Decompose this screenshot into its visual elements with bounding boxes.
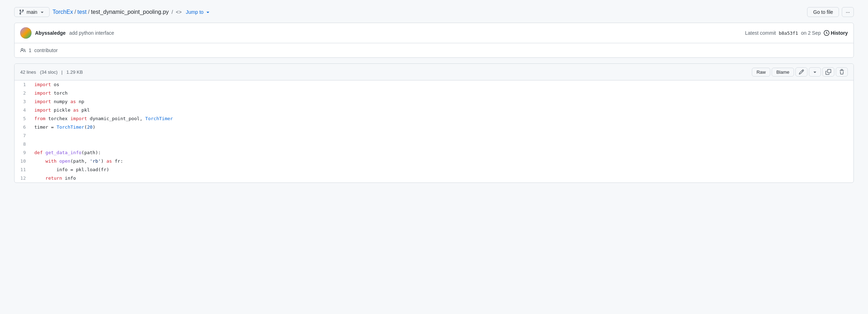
more-options-button[interactable]: ··· <box>842 7 854 17</box>
line-number: 12 <box>15 174 32 183</box>
file-size: 1.29 KB <box>67 69 83 75</box>
line-number: 11 <box>15 166 32 174</box>
table-row: 9 def get_data_info(path): <box>15 148 853 157</box>
blame-button[interactable]: Blame <box>772 68 794 77</box>
chevron-down-icon <box>812 69 818 75</box>
table-row: 2 import torch <box>15 89 853 97</box>
table-row: 6 timer = TorchTimer(20) <box>15 123 853 131</box>
branch-button[interactable]: main <box>14 7 50 17</box>
breadcrumb-filename: test_dynamic_point_pooling.py <box>91 9 169 15</box>
file-meta: 42 lines (34 sloc) | 1.29 KB <box>20 69 83 75</box>
table-row: 8 <box>15 140 853 148</box>
table-row: 4 import pickle as pkl <box>15 106 853 114</box>
line-code: import os <box>32 80 853 89</box>
file-actions: Raw Blame <box>752 67 848 77</box>
commit-author[interactable]: Abyssaledge <box>35 30 66 36</box>
copy-button[interactable] <box>822 67 834 77</box>
history-label: History <box>831 30 848 36</box>
breadcrumb-repo-link[interactable]: TorchEx <box>52 9 73 15</box>
line-code <box>32 131 853 140</box>
line-code: info = pkl.load(fr) <box>32 166 853 174</box>
contributors-icon <box>20 47 26 53</box>
edit-button[interactable] <box>795 67 807 77</box>
copy-icon <box>826 69 831 75</box>
line-code: timer = TorchTimer(20) <box>32 123 853 131</box>
table-row: 1 import os <box>15 80 853 89</box>
line-number: 3 <box>15 97 32 106</box>
line-code: with open(path, 'rb') as fr: <box>32 157 853 166</box>
branch-icon <box>19 9 24 15</box>
clock-icon <box>824 30 829 36</box>
breadcrumb-folder-link[interactable]: test <box>78 9 87 15</box>
commit-box: Abyssaledge add python interface Latest … <box>14 23 854 58</box>
line-number: 9 <box>15 148 32 157</box>
line-number: 4 <box>15 106 32 114</box>
delete-button[interactable] <box>836 67 848 77</box>
breadcrumb: TorchEx / test / test_dynamic_point_pool… <box>52 9 169 15</box>
contributor-count: 1 <box>29 47 32 53</box>
top-bar: main TorchEx / test / test_dynamic_point… <box>14 7 854 17</box>
line-number: 5 <box>15 114 32 123</box>
latest-commit-label: Latest commit <box>745 30 776 36</box>
contributor-row: 1 contributor <box>15 43 853 57</box>
table-row: 12 return info <box>15 174 853 183</box>
table-row: 3 import numpy as np <box>15 97 853 106</box>
go-to-file-button[interactable]: Go to file <box>807 7 839 17</box>
breadcrumb-sep-3: / <box>172 9 173 15</box>
chevron-down-icon <box>205 9 211 15</box>
line-number: 7 <box>15 131 32 140</box>
table-row: 5 from torchex import dynamic_point_pool… <box>15 114 853 123</box>
line-number: 1 <box>15 80 32 89</box>
commit-row: Abyssaledge add python interface Latest … <box>15 23 853 43</box>
line-code: from torchex import dynamic_point_pool, … <box>32 114 853 123</box>
commit-message: add python interface <box>69 30 114 36</box>
file-sloc: (34 sloc) <box>40 69 58 75</box>
line-number: 10 <box>15 157 32 166</box>
line-number: 6 <box>15 123 32 131</box>
line-code: import torch <box>32 89 853 97</box>
chevron-down-icon <box>39 9 45 15</box>
line-code <box>32 140 853 148</box>
code-content: 1 import os 2 import torch 3 import nump… <box>15 80 853 183</box>
line-code: import pickle as pkl <box>32 106 853 114</box>
line-code: import numpy as np <box>32 97 853 106</box>
trash-icon <box>839 69 845 75</box>
commit-hash[interactable]: b8a53f1 <box>779 30 798 36</box>
commit-left: Abyssaledge add python interface <box>20 27 114 39</box>
line-code: return info <box>32 174 853 183</box>
line-number: 8 <box>15 140 32 148</box>
raw-button[interactable]: Raw <box>752 68 770 77</box>
file-box: 42 lines (34 sloc) | 1.29 KB Raw Blame <box>14 63 854 183</box>
file-lines: 42 lines <box>20 69 36 75</box>
jump-to-button[interactable]: Jump to <box>185 9 212 15</box>
top-bar-left: main TorchEx / test / test_dynamic_point… <box>14 7 212 17</box>
breadcrumb-sep-2: / <box>88 9 89 15</box>
code-table: 1 import os 2 import torch 3 import nump… <box>15 80 853 183</box>
contributor-label: contributor <box>34 47 58 53</box>
commit-date: on 2 Sep <box>801 30 821 36</box>
jump-to-label: Jump to <box>186 9 204 15</box>
table-row: 7 <box>15 131 853 140</box>
branch-label: main <box>27 9 37 15</box>
breadcrumb-sep-1: / <box>74 9 76 15</box>
commit-right: Latest commit b8a53f1 on 2 Sep History <box>745 30 848 36</box>
line-code: def get_data_info(path): <box>32 148 853 157</box>
pencil-icon <box>799 69 804 75</box>
table-row: 10 with open(path, 'rb') as fr: <box>15 157 853 166</box>
file-header: 42 lines (34 sloc) | 1.29 KB Raw Blame <box>15 64 853 80</box>
table-row: 11 info = pkl.load(fr) <box>15 166 853 174</box>
edit-dropdown-button[interactable] <box>809 67 821 77</box>
history-link[interactable]: History <box>824 30 848 36</box>
line-number: 2 <box>15 89 32 97</box>
avatar <box>20 27 32 39</box>
top-bar-right: Go to file ··· <box>807 7 854 17</box>
code-mode-icon: <> <box>176 9 181 15</box>
